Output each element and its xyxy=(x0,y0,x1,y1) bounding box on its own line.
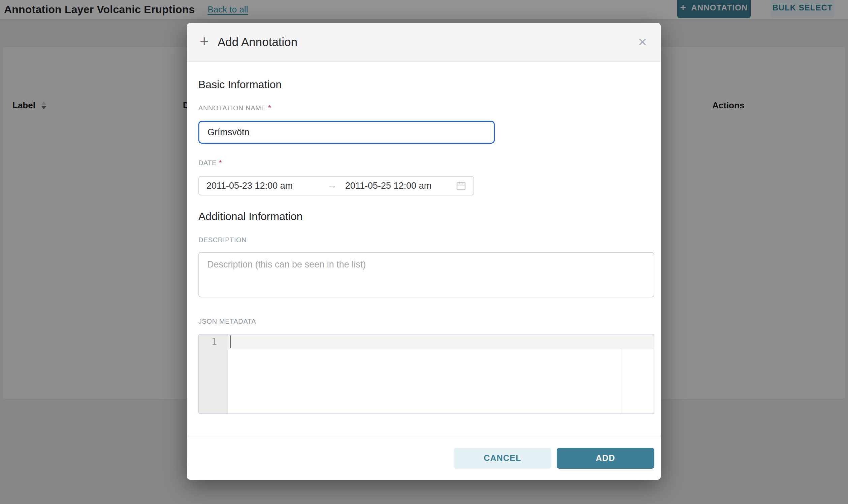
description-textarea[interactable] xyxy=(198,252,654,298)
date-end-value[interactable]: 2011-05-25 12:00 am xyxy=(345,181,456,191)
editor-active-line xyxy=(228,335,654,349)
calendar-icon xyxy=(456,181,466,191)
add-button[interactable]: ADD xyxy=(557,448,654,469)
modal-footer: CANCEL ADD xyxy=(187,436,661,480)
modal-body: Basic Information ANNOTATION NAME * DATE… xyxy=(187,61,661,414)
editor-text-cursor xyxy=(230,336,231,348)
editor-print-margin xyxy=(622,349,622,414)
section-additional-information: Additional Information xyxy=(198,210,654,223)
editor-gutter: 1 xyxy=(199,335,228,414)
json-metadata-editor[interactable]: 1 xyxy=(198,334,654,414)
app-root: Annotation Layer Volcanic Eruptions Back… xyxy=(0,0,848,504)
modal-title: Add Annotation xyxy=(218,35,297,49)
arrow-right-icon: → xyxy=(327,179,337,191)
description-label: DESCRIPTION xyxy=(198,236,654,244)
editor-line-number: 1 xyxy=(199,335,228,349)
required-asterisk: * xyxy=(219,159,222,166)
json-metadata-label: JSON METADATA xyxy=(198,318,654,325)
date-label: DATE * xyxy=(198,159,654,167)
add-annotation-modal: + Add Annotation ✕ Basic Information ANN… xyxy=(187,23,661,480)
close-icon[interactable]: ✕ xyxy=(638,36,647,48)
annotation-name-input[interactable] xyxy=(198,121,495,144)
plus-icon: + xyxy=(200,33,209,49)
modal-header: + Add Annotation ✕ xyxy=(187,23,661,61)
date-range-picker[interactable]: 2011-05-23 12:00 am → 2011-05-25 12:00 a… xyxy=(198,176,474,196)
required-asterisk: * xyxy=(268,104,271,112)
annotation-name-label: ANNOTATION NAME * xyxy=(198,104,654,112)
cancel-button[interactable]: CANCEL xyxy=(454,448,551,469)
date-start-value[interactable]: 2011-05-23 12:00 am xyxy=(206,181,327,191)
section-basic-information: Basic Information xyxy=(198,78,654,91)
